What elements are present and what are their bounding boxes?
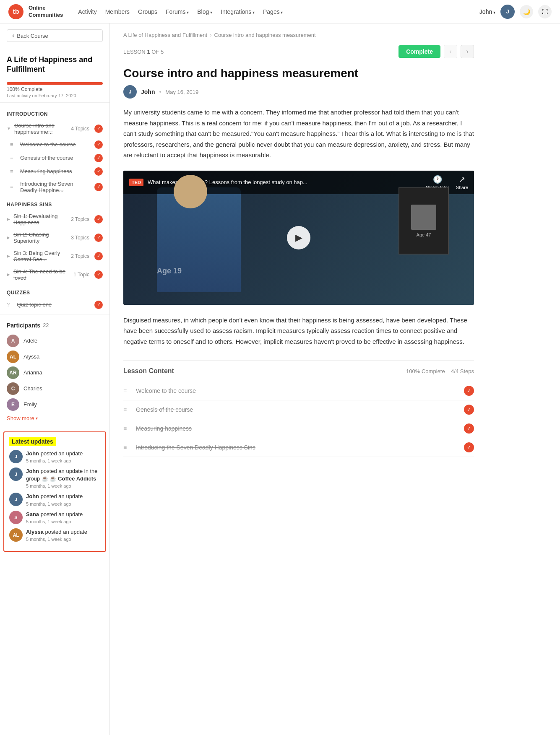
sidebar-item-welcome-check: ✓ [94, 140, 103, 149]
update-time-john-3: 5 months, 1 week ago [26, 501, 100, 506]
sidebar-course-title: A Life of Happiness and Fulfillment [7, 55, 103, 75]
nav-links: Activity Members Groups Forums Blog Inte… [78, 8, 283, 15]
sidebar-item-seven-deadly[interactable]: ≡ Introducing the Seven Deadly Happine..… [3, 178, 109, 196]
nav-user-avatar[interactable]: J [500, 5, 515, 19]
sidebar-item-measuring-check: ✓ [94, 167, 103, 176]
progress-text: 100% Complete [7, 86, 103, 92]
sidebar-item-genesis-text: Genesis of the course [20, 155, 91, 161]
participant-arianna[interactable]: AR Arianna [7, 365, 103, 381]
section-sins-label: HAPPINESS SINS [0, 196, 109, 210]
sidebar-item-course-intro-text: Course intro and happiness me... [14, 122, 68, 135]
share-icon: ↗ [459, 175, 465, 184]
sidebar-item-sin4[interactable]: ▶ Sin 4: The need to be loved 1 Topic ✓ [0, 265, 109, 284]
lesson-step-measuring[interactable]: ≡ Measuring happiness ✓ [123, 419, 474, 438]
update-text-john-2: John posted an update in the group ☕ ☕ C… [26, 467, 100, 483]
dark-mode-btn[interactable]: 🌙 [520, 5, 533, 18]
progress-bar-bg [7, 82, 103, 85]
nav-right: John J 🌙 ⛶ [479, 5, 552, 19]
nav-left: tb OnlineCommunities Activity Members Gr… [8, 4, 283, 19]
lesson-step-seven-sins[interactable]: ≡ Introducing the Seven Deadly Happiness… [123, 438, 474, 457]
sidebar-item-course-intro-check: ✓ [94, 125, 103, 133]
sidebar-children-intro: ≡ Welcome to the course ✓ ≡ Genesis of t… [0, 138, 109, 196]
sidebar-item-sin3-check: ✓ [94, 252, 103, 260]
sidebar-item-sin4-badge: 1 Topic [73, 272, 89, 278]
course-title: Course intro and happiness measurement [123, 67, 474, 80]
participant-alyssa[interactable]: AL Alyssa [7, 349, 103, 365]
sidebar-item-sin2-check: ✓ [94, 234, 103, 242]
menu-icon-2: ≡ [10, 155, 17, 161]
breadcrumb-course-link[interactable]: A Life of Happiness and Fulfillment [123, 32, 207, 38]
update-content-alyssa: Alyssa posted an update 5 months, 1 week… [26, 528, 100, 542]
breadcrumb-lesson: Course intro and happiness measurement [214, 32, 316, 38]
ted-badge: TED [129, 179, 143, 186]
update-row-john-3[interactable]: J John posted an update 5 months, 1 week… [9, 493, 100, 506]
video-play-btn[interactable]: ▶ [287, 226, 310, 249]
nav-user-name[interactable]: John [479, 8, 495, 15]
step-icon-genesis: ≡ [123, 406, 131, 413]
participant-avatar-alyssa: AL [7, 351, 19, 363]
participants-count: 22 [43, 322, 49, 328]
progress-bar-fill [7, 82, 103, 85]
sidebar-item-sin3[interactable]: ▶ Sin 3: Being Overly Control See... 2 T… [0, 247, 109, 265]
logo-icon[interactable]: tb [8, 4, 23, 19]
sidebar-item-sin2[interactable]: ▶ Sin 2: Chasing Superiority 3 Topics ✓ [0, 229, 109, 247]
update-time-john-2: 5 months, 1 week ago [26, 483, 100, 488]
update-row-john-2[interactable]: J John posted an update in the group ☕ ☕… [9, 467, 100, 488]
update-row-alyssa[interactable]: AL Alyssa posted an update 5 months, 1 w… [9, 528, 100, 542]
lesson-label: LESSON 1 OF 5 [123, 49, 164, 55]
participant-charles[interactable]: C Charles [7, 381, 103, 397]
sidebar-item-course-intro-badge: 4 Topics [71, 126, 89, 132]
update-content-john-1: John posted an update 5 months, 1 week a… [26, 450, 100, 463]
nav-integrations[interactable]: Integrations [221, 8, 255, 15]
triangle-sin2-icon: ▶ [7, 235, 10, 240]
lesson-step-genesis[interactable]: ≡ Genesis of the course ✓ [123, 400, 474, 419]
nav-forums[interactable]: Forums [166, 8, 189, 15]
participant-adele[interactable]: A Adele [7, 333, 103, 349]
participant-avatar-adele: A [7, 335, 19, 347]
video-age19-label: Age 19 [157, 267, 182, 275]
update-time-sana: 5 months, 1 week ago [26, 519, 100, 524]
update-group-coffee: ☕ Coffee Addicts [49, 475, 96, 482]
nav-members[interactable]: Members [105, 8, 130, 15]
sidebar-item-sin2-text: Sin 2: Chasing Superiority [13, 231, 68, 244]
nav-pages[interactable]: Pages [263, 8, 283, 15]
next-lesson-btn[interactable]: › [461, 45, 474, 58]
top-nav: tb OnlineCommunities Activity Members Gr… [0, 0, 560, 23]
sidebar-item-sin1[interactable]: ▶ Sin 1: Devaluating Happiness 2 Topics … [0, 210, 109, 229]
sidebar-item-course-intro-parent[interactable]: ▼ Course intro and happiness me... 4 Top… [0, 119, 109, 138]
update-row-sana[interactable]: S Sana posted an update 5 months, 1 week… [9, 511, 100, 524]
nav-activity[interactable]: Activity [78, 8, 96, 15]
back-course-btn[interactable]: Back Course [7, 29, 103, 42]
prev-lesson-btn[interactable]: ‹ [444, 45, 457, 58]
sidebar-item-quiz[interactable]: ? Quiz topic one ✓ [0, 298, 109, 312]
author-avatar: J [123, 85, 137, 99]
lesson-step-welcome[interactable]: ≡ Welcome to the course ✓ [123, 382, 474, 400]
participants-section: Participants 22 A Adele AL Alyssa AR Ari… [0, 317, 109, 426]
lesson-content-section: Lesson Content 100% Complete 4/4 Steps ≡… [123, 360, 474, 457]
nav-blog[interactable]: Blog [197, 8, 212, 15]
article-body-p1: My university students came to me with a… [123, 107, 474, 161]
nav-groups[interactable]: Groups [138, 8, 157, 15]
sidebar-item-sin3-badge: 2 Topics [71, 253, 89, 259]
sidebar-item-welcome[interactable]: ≡ Welcome to the course ✓ [3, 138, 109, 151]
lesson-header: LESSON 1 OF 5 Complete ‹ › [123, 45, 474, 58]
participant-emily[interactable]: E Emily [7, 397, 103, 413]
expand-btn[interactable]: ⛶ [538, 5, 552, 18]
show-more-btn[interactable]: Show more [7, 415, 103, 421]
share-btn[interactable]: ↗ Share [456, 175, 468, 190]
sidebar-item-welcome-text: Welcome to the course [20, 141, 91, 148]
complete-btn[interactable]: Complete [399, 45, 440, 58]
step-text-measuring: Measuring happiness [136, 425, 459, 432]
lesson-content-meta: 100% Complete 4/4 Steps [406, 368, 474, 374]
sidebar-item-genesis[interactable]: ≡ Genesis of the course ✓ [3, 151, 109, 165]
sidebar-item-sin3-text: Sin 3: Being Overly Control See... [13, 250, 68, 262]
sidebar-item-measuring-text: Measuring happiness [20, 168, 91, 174]
update-row-john-1[interactable]: J John posted an update 5 months, 1 week… [9, 450, 100, 463]
triangle-sin3-icon: ▶ [7, 254, 10, 258]
clock-icon: 🕐 [433, 175, 442, 184]
lesson-num: 1 [147, 49, 150, 55]
update-avatar-john-3: J [9, 493, 23, 506]
participant-name-alyssa: Alyssa [23, 353, 39, 360]
step-text-welcome: Welcome to the course [136, 387, 459, 394]
sidebar-item-measuring[interactable]: ≡ Measuring happiness ✓ [3, 165, 109, 178]
